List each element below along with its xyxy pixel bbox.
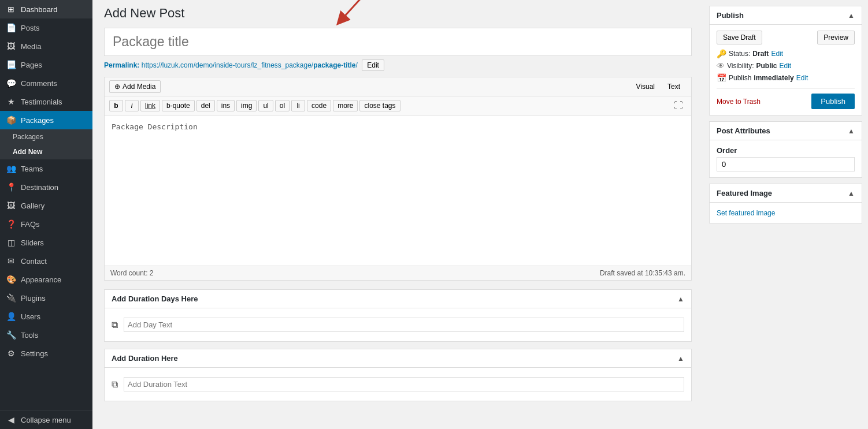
sidebar-item-testimonials[interactable]: ★ Testimonials [0,92,92,111]
featured-image-body: Set featured image [710,203,862,223]
tools-icon: 🔧 [6,330,16,340]
comments-icon: 💬 [6,79,16,88]
sidebar-item-media[interactable]: 🖼 Media [0,37,92,55]
sidebar-item-destination[interactable]: 📍 Destination [0,178,92,196]
editor-box: ⊕ Add Media Visual Text b i link b-quote… [104,77,692,281]
format-link[interactable]: link [140,100,160,111]
sidebar-bottom: ◀ Collapse menu [0,410,92,429]
word-count: Word count: 2 [110,269,153,277]
sidebar-item-sliders[interactable]: ◫ Sliders [0,233,92,252]
format-del[interactable]: del [196,100,215,111]
format-bold[interactable]: b [109,100,123,111]
move-to-trash-link[interactable]: Move to Trash [717,98,761,106]
sidebar-item-gallery[interactable]: 🖼 Gallery [0,196,92,215]
pages-icon: 📃 [6,60,16,69]
post-title-input[interactable] [113,34,683,50]
tab-text[interactable]: Text [661,80,687,94]
collapse-arrow-days[interactable]: ▲ [677,295,684,303]
status-edit-link[interactable]: Edit [771,50,783,58]
editor-area: Add New Post Permalink: https://luzuk.co… [92,0,703,429]
publish-panel-collapse[interactable]: ▲ [848,12,855,20]
sidebar-submenu-add-new[interactable]: Add New [7,144,92,159]
format-more[interactable]: more [333,100,358,111]
preview-button[interactable]: Preview [817,31,855,44]
editor-content[interactable]: Package Description [105,115,691,266]
publish-time-value: immediately [754,74,793,82]
publish-footer: Move to Trash Publish [717,88,855,109]
duration-row: ⧉ [112,374,684,395]
permalink-edit-button[interactable]: Edit [362,59,384,71]
sidebar-item-plugins[interactable]: 🔌 Plugins [0,289,92,307]
meta-box-duration-header: Add Duration Here ▲ [105,349,691,368]
featured-image-panel: Featured Image ▲ Set featured image [709,184,862,223]
status-row: 🔑 Status: Draft Edit [717,49,855,58]
sidebar-item-contact[interactable]: ✉ Contact [0,252,92,270]
format-ins[interactable]: ins [217,100,235,111]
collapse-menu-button[interactable]: ◀ Collapse menu [0,411,92,429]
duration-text-input[interactable] [124,377,684,391]
meta-box-duration: Add Duration Here ▲ ⧉ [104,349,692,401]
post-attributes-collapse[interactable]: ▲ [848,127,855,135]
format-bquote[interactable]: b-quote [162,100,195,111]
order-label: Order [717,146,855,155]
tab-visual[interactable]: Visual [630,80,661,94]
collapse-arrow-duration[interactable]: ▲ [677,355,684,363]
permalink-link[interactable]: https://luzuk.com/demo/inside-tours/lz_f… [142,61,360,69]
sidebar-item-packages[interactable]: 📦 Packages [0,111,92,129]
sidebar-item-posts[interactable]: 📄 Posts [0,18,92,37]
publish-time-edit-link[interactable]: Edit [796,74,808,82]
status-label: Status: [729,50,750,58]
featured-image-collapse[interactable]: ▲ [848,189,855,197]
sidebar-item-teams[interactable]: 👥 Teams [0,159,92,178]
teams-icon: 👥 [6,164,16,173]
calendar-icon: 📅 [717,73,726,83]
status-icon: 🔑 [717,49,726,58]
publish-time-row: 📅 Publish immediately Edit [717,73,855,83]
testimonials-icon: ★ [6,97,16,106]
sidebar-submenu-packages[interactable]: Packages [7,129,92,144]
fullscreen-button[interactable]: ⛶ [670,99,687,112]
visibility-edit-link[interactable]: Edit [779,62,791,70]
publish-panel-title: Publish [717,11,744,20]
sidebar-item-faqs[interactable]: ❓ FAQs [0,215,92,233]
editor-toolbar-top: ⊕ Add Media Visual Text [105,77,691,96]
format-code[interactable]: code [307,100,331,111]
publish-actions: Save Draft Preview [717,31,855,44]
destination-icon: 📍 [6,182,16,192]
add-media-button[interactable]: ⊕ Add Media [109,80,161,93]
gallery-icon: 🖼 [6,201,16,210]
format-italic[interactable]: i [125,100,139,111]
permalink-label: Permalink: [104,61,139,69]
external-link-icon-days[interactable]: ⧉ [112,320,118,330]
post-attributes-body: Order [710,140,862,177]
post-attributes-title: Post Attributes [717,126,770,135]
sidebar-item-tools[interactable]: 🔧 Tools [0,326,92,344]
visibility-label: Visibility: [727,62,754,70]
editor-tabs: Visual Text [630,80,687,94]
format-ol[interactable]: ol [275,100,290,111]
sidebar-item-settings[interactable]: ⚙ Settings [0,344,92,363]
duration-days-input[interactable] [124,318,684,332]
visibility-icon: 👁 [717,61,725,70]
sidebar-item-dashboard[interactable]: ⊞ Dashboard [0,0,92,18]
content-placeholder-text: Package Description [112,122,198,131]
format-ul[interactable]: ul [258,100,273,111]
sliders-icon: ◫ [6,238,16,247]
sidebar-item-appearance[interactable]: 🎨 Appearance [0,270,92,289]
featured-image-title: Featured Image [717,189,772,197]
packages-submenu: Packages Add New [0,129,92,159]
order-input[interactable] [717,157,855,171]
sidebar-item-comments[interactable]: 💬 Comments [0,74,92,92]
visibility-row: 👁 Visibility: Public Edit [717,61,855,70]
format-close-tags[interactable]: close tags [359,100,400,111]
format-li[interactable]: li [291,100,305,111]
plugins-icon: 🔌 [6,293,16,303]
set-featured-image-link[interactable]: Set featured image [717,209,775,217]
sidebar-item-users[interactable]: 👤 Users [0,307,92,326]
save-draft-button[interactable]: Save Draft [717,31,762,44]
publish-button[interactable]: Publish [811,94,855,109]
media-icon: 🖼 [6,42,16,51]
format-img[interactable]: img [236,100,257,111]
sidebar-item-pages[interactable]: 📃 Pages [0,55,92,74]
external-link-icon-duration[interactable]: ⧉ [112,379,118,390]
